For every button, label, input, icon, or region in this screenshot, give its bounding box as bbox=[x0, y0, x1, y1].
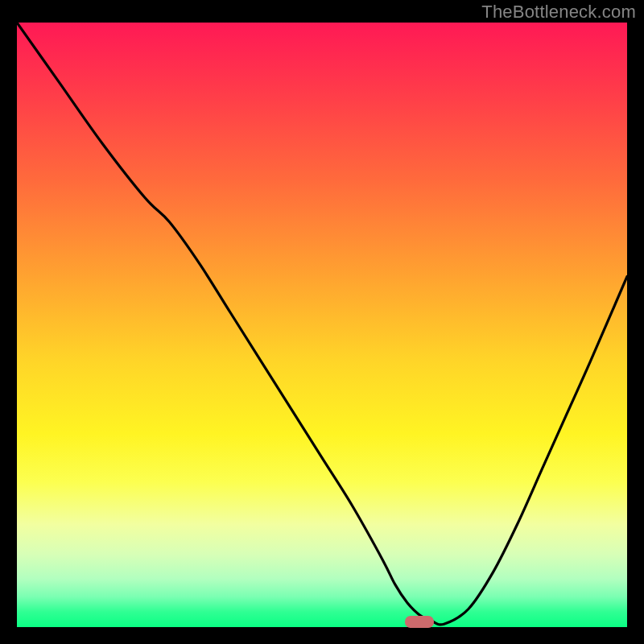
watermark-text: TheBottleneck.com bbox=[481, 2, 636, 23]
chart-frame: TheBottleneck.com bbox=[0, 0, 644, 644]
optimal-point-marker bbox=[405, 616, 434, 628]
bottleneck-curve bbox=[17, 23, 627, 627]
plot-area bbox=[17, 23, 627, 627]
curve-path bbox=[17, 23, 627, 625]
